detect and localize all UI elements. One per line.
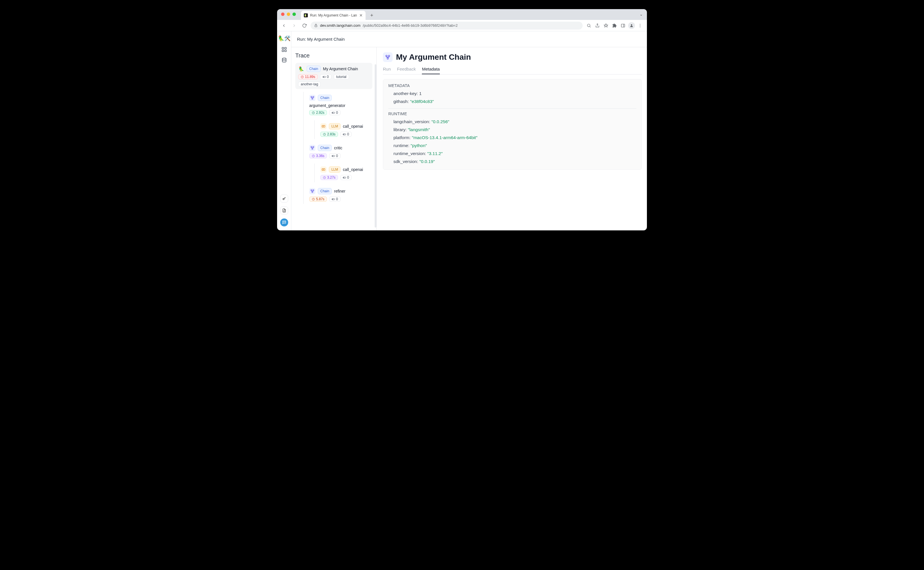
trace-node[interactable]: Chainrefiner5.87s0	[306, 185, 372, 204]
svg-point-5	[640, 24, 641, 25]
split-pane: Trace 🦜 Chain My Argument Chain 11.89s	[291, 47, 647, 230]
kv-row: platform: "macOS-13.4.1-arm64-arm-64bit"	[394, 134, 636, 142]
svg-point-26	[332, 112, 333, 113]
svg-rect-9	[285, 48, 286, 49]
browser-tab[interactable]: Run: My Argument Chain - Lan ✕	[301, 11, 366, 20]
browser-tabstrip: Run: My Argument Chain - Lan ✕ + ⌄	[277, 9, 647, 20]
metadata-panel: METADATA another-key: 1githash: "e38f04c…	[383, 79, 642, 170]
svg-point-32	[343, 134, 344, 135]
tab-metadata[interactable]: Metadata	[422, 64, 440, 74]
grid-icon[interactable]	[281, 47, 287, 52]
bookmark-icon[interactable]	[602, 21, 610, 29]
token-icon	[332, 155, 335, 158]
help-button[interactable]	[280, 218, 288, 227]
metadata-heading: METADATA	[388, 83, 636, 88]
tabs-dropdown-icon[interactable]: ⌄	[639, 12, 643, 17]
duration-chip: 2.83s	[320, 132, 338, 137]
trace-node[interactable]: Chainargument_generator2.92s0	[306, 92, 372, 118]
token-chip: 0	[320, 74, 331, 80]
trace-node[interactable]: LLMcall_openai2.83s0	[317, 120, 372, 139]
duration-chip: 11.89s	[298, 74, 318, 80]
trace-children: LLMcall_openai3.27s0	[314, 164, 372, 182]
parrot-icon: 🦜	[298, 66, 304, 72]
clock-icon	[323, 176, 326, 179]
scrollbar[interactable]	[375, 64, 376, 228]
tab-feedback[interactable]: Feedback	[397, 64, 416, 74]
clock-icon	[323, 133, 326, 136]
window-close[interactable]	[281, 12, 285, 16]
clock-icon	[312, 155, 315, 158]
trace-children: LLMcall_openai2.83s0	[314, 120, 372, 139]
svg-rect-10	[282, 50, 283, 52]
share-icon[interactable]	[593, 21, 601, 29]
favicon-icon	[304, 13, 308, 17]
content-area: Run: My Argument Chain Trace 🦜 Chain My …	[291, 31, 647, 230]
extensions-icon[interactable]	[610, 21, 619, 29]
database-icon[interactable]	[281, 57, 287, 63]
svg-point-12	[282, 58, 286, 60]
trace-node[interactable]: LLMcall_openai3.27s0	[317, 164, 372, 182]
api-key-button[interactable]	[280, 195, 288, 202]
token-chip: 0	[340, 175, 352, 180]
tab-run[interactable]: Run	[383, 64, 391, 74]
svg-point-38	[332, 156, 333, 156]
svg-point-4	[631, 24, 633, 26]
kebab-menu-icon[interactable]	[636, 21, 644, 29]
node-type-chip: LLM	[329, 123, 340, 129]
node-name: call_openai	[343, 124, 363, 129]
node-name: argument_generator	[309, 103, 345, 108]
nav-reload-button[interactable]	[300, 21, 308, 29]
trace-node[interactable]: Chaincritic3.36s0	[306, 142, 372, 161]
tab-close-icon[interactable]: ✕	[359, 13, 363, 18]
window-maximize[interactable]	[293, 12, 296, 16]
toolbar-right	[585, 21, 644, 29]
breadcrumb: Run: My Argument Chain	[291, 31, 647, 47]
trace-root-node[interactable]: 🦜 Chain My Argument Chain 11.89s 0	[295, 63, 372, 89]
trace-children: Chainargument_generator2.92s0LLMcall_ope…	[303, 92, 372, 204]
detail-tabs: RunFeedbackMetadata	[383, 64, 642, 75]
token-icon	[323, 75, 326, 78]
svg-rect-35	[312, 149, 313, 150]
svg-rect-39	[322, 169, 325, 171]
svg-rect-0	[315, 25, 317, 27]
node-type-chip: Chain	[306, 66, 320, 72]
llm-icon	[320, 123, 326, 129]
kv-row: sdk_version: "0.0.19"	[394, 158, 636, 165]
node-type-chip: Chain	[318, 188, 332, 194]
svg-rect-34	[313, 147, 314, 148]
docs-button[interactable]	[280, 207, 288, 215]
sidepanel-icon[interactable]	[619, 21, 627, 29]
detail-panel: My Argument Chain RunFeedbackMetadata ME…	[377, 47, 647, 230]
node-name: call_openai	[343, 167, 363, 172]
svg-rect-23	[312, 98, 313, 100]
svg-point-20	[323, 77, 324, 77]
svg-point-44	[343, 177, 344, 178]
window-minimize[interactable]	[287, 12, 290, 16]
kv-row: langchain_version: "0.0.256"	[394, 118, 636, 126]
svg-rect-11	[285, 50, 286, 52]
address-bar[interactable]: dev.smith.langchain.com/public/502a9bc4-…	[311, 21, 582, 29]
runtime-heading: RUNTIME	[388, 112, 636, 116]
profile-button[interactable]	[628, 21, 636, 29]
token-icon	[332, 198, 335, 201]
svg-rect-53	[387, 58, 389, 59]
kv-row: githash: "e38f04c83"	[394, 98, 636, 106]
new-tab-button[interactable]: +	[368, 11, 376, 19]
metadata-list: another-key: 1githash: "e38f04c83"	[388, 90, 636, 106]
chain-icon	[309, 95, 316, 101]
zoom-icon[interactable]	[585, 21, 593, 29]
lock-icon	[314, 24, 318, 27]
kv-row: library: "langsmith"	[394, 126, 636, 134]
trace-heading: Trace	[295, 52, 372, 59]
nav-back-button[interactable]	[280, 21, 288, 29]
chain-icon	[383, 52, 392, 62]
clock-icon	[312, 198, 315, 201]
app-logo[interactable]: 🦜🛠️	[278, 35, 290, 41]
svg-rect-45	[311, 190, 312, 191]
svg-rect-21	[311, 97, 312, 98]
nav-forward-button[interactable]	[290, 21, 298, 29]
tag-chip: tutorial	[334, 74, 349, 80]
browser-toolbar: dev.smith.langchain.com/public/502a9bc4-…	[277, 20, 647, 31]
svg-rect-27	[322, 126, 325, 127]
svg-point-6	[640, 25, 641, 26]
